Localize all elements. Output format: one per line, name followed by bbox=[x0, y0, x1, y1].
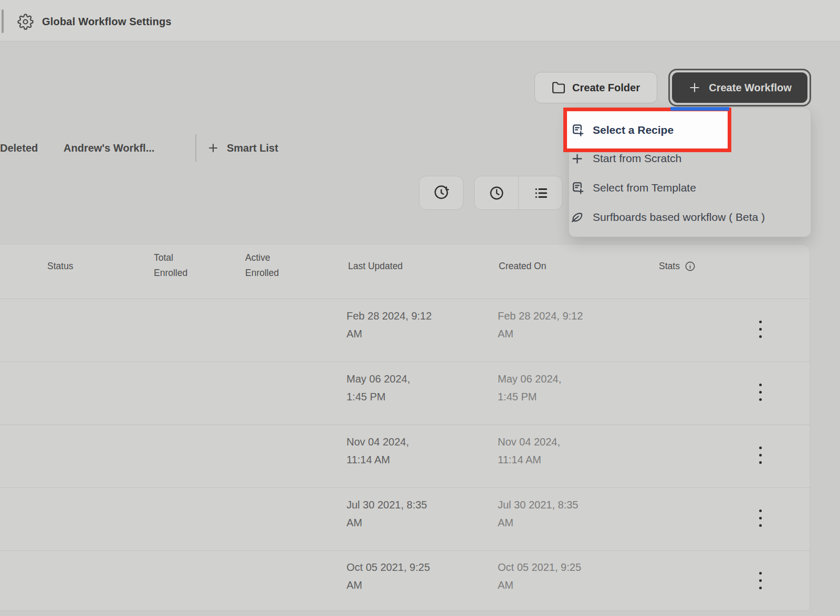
menu-item-label: Select from Template bbox=[593, 182, 696, 194]
menu-top-accent-bar bbox=[670, 107, 729, 111]
column-header-status: Status bbox=[47, 259, 74, 274]
info-icon[interactable] bbox=[685, 261, 696, 272]
plus-icon bbox=[570, 152, 584, 166]
view-toggle-group bbox=[474, 176, 563, 210]
row-actions-menu-button[interactable] bbox=[752, 568, 768, 592]
menu-item-select-from-template[interactable]: Select from Template bbox=[570, 173, 801, 203]
page-title: Global Workflow Settings bbox=[42, 16, 172, 28]
plus-icon bbox=[688, 81, 701, 94]
divider bbox=[0, 362, 810, 362]
column-header-active-enrolled: Active Enrolled bbox=[245, 250, 290, 281]
cell-last-updated: May 06 2024,1:45 PM bbox=[346, 370, 466, 406]
cell-created-on: Feb 28 2024, 9:12AM bbox=[498, 307, 617, 343]
column-header-stats: Stats bbox=[659, 259, 696, 274]
create-workflow-button[interactable]: Create Workflow bbox=[668, 69, 811, 107]
cell-last-updated: Nov 04 2024,11:14 AM bbox=[346, 433, 466, 469]
smart-list-label: Smart List bbox=[227, 142, 278, 154]
tab-deleted-label: Deleted bbox=[0, 142, 38, 154]
recent-view-button[interactable] bbox=[475, 176, 518, 209]
tab-andrews-workflows-label: Andrew's Workfl... bbox=[64, 142, 154, 154]
add-smart-list-button[interactable]: Smart List bbox=[207, 137, 278, 158]
workflows-page: Global Workflow Settings Create Folder C… bbox=[0, 0, 840, 616]
gear-icon bbox=[17, 14, 34, 30]
cell-created-on: Oct 05 2021, 9:25AM bbox=[498, 558, 617, 594]
cell-created-on: Jul 30 2021, 8:35AM bbox=[498, 496, 617, 532]
row-actions-menu-button[interactable] bbox=[752, 443, 768, 467]
cell-last-updated: Feb 28 2024, 9:12AM bbox=[346, 307, 466, 343]
cell-created-on: May 06 2024,1:45 PM bbox=[498, 370, 617, 406]
menu-item-label: Surfboards based workflow ( Beta ) bbox=[593, 211, 765, 224]
global-workflow-settings-link[interactable]: Global Workflow Settings bbox=[17, 13, 172, 30]
cell-last-updated: Oct 05 2021, 9:25AM bbox=[346, 558, 466, 594]
list-icon bbox=[533, 185, 549, 201]
tab-deleted[interactable]: Deleted bbox=[0, 137, 38, 158]
stats-label: Stats bbox=[659, 259, 680, 274]
surfboard-icon bbox=[570, 210, 584, 225]
create-folder-button[interactable]: Create Folder bbox=[534, 72, 657, 103]
tab-andrews-workflows[interactable]: Andrew's Workfl... bbox=[64, 137, 154, 158]
document-plus-icon bbox=[570, 181, 584, 195]
menu-item-label: Start from Scratch bbox=[593, 152, 681, 165]
divider bbox=[0, 424, 810, 425]
divider bbox=[0, 299, 810, 299]
row-actions-menu-button[interactable] bbox=[752, 380, 768, 404]
tab-divider bbox=[195, 134, 196, 162]
history-clock-icon bbox=[433, 185, 449, 201]
history-view-button[interactable] bbox=[419, 176, 464, 210]
folder-icon bbox=[552, 81, 565, 94]
divider bbox=[0, 487, 810, 488]
create-workflow-label: Create Workflow bbox=[709, 82, 791, 94]
tour-highlight-box bbox=[563, 108, 731, 152]
column-header-total-enrolled: Total Enrolled bbox=[154, 250, 199, 281]
menu-item-surfboards-based-workflow[interactable]: Surfboards based workflow ( Beta ) bbox=[570, 203, 801, 232]
row-actions-menu-button[interactable] bbox=[752, 506, 768, 530]
cell-last-updated: Jul 30 2021, 8:35AM bbox=[346, 496, 466, 532]
divider bbox=[0, 550, 810, 551]
cell-created-on: Nov 04 2024,11:14 AM bbox=[498, 433, 617, 469]
clock-icon bbox=[489, 185, 505, 201]
plus-icon bbox=[207, 142, 219, 154]
scrollbar-nub bbox=[2, 9, 4, 33]
create-folder-label: Create Folder bbox=[572, 82, 640, 94]
list-view-button[interactable] bbox=[518, 176, 562, 209]
row-actions-menu-button[interactable] bbox=[752, 317, 768, 341]
column-header-created-on: Created On bbox=[499, 259, 546, 274]
column-header-last-updated: Last Updated bbox=[348, 259, 403, 274]
